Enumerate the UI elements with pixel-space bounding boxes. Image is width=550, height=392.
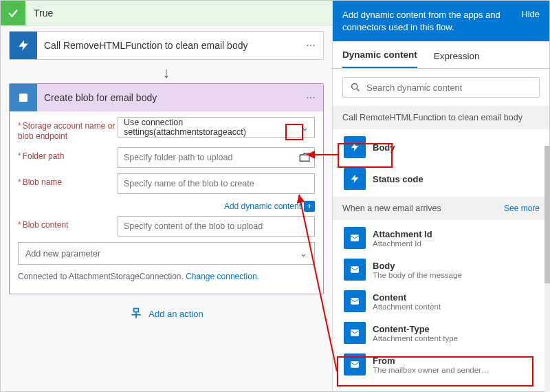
step-call-removehtml[interactable]: Call RemoveHTMLFunction to clean email b…	[9, 31, 324, 60]
panel-tabs: Dynamic content Expression	[333, 41, 549, 69]
dyn-item-contenttype[interactable]: Content-TypeAttachment content type	[342, 319, 540, 347]
add-action-button[interactable]: Add an action	[129, 307, 204, 320]
hide-panel-link[interactable]: Hide	[521, 9, 540, 33]
dyn-item-content[interactable]: ContentAttachment content	[342, 287, 540, 315]
label-blob-content: Blob content	[18, 216, 118, 230]
tab-dynamic-content[interactable]: Dynamic content	[342, 43, 417, 68]
plus-icon: +	[304, 201, 315, 212]
storage-account-select[interactable]: Use connection settings(attachmentstorag…	[118, 117, 315, 138]
svg-rect-8	[351, 266, 359, 272]
dyn-item-statuscode[interactable]: Status code	[342, 165, 540, 193]
chevron-down-icon: ⌄	[300, 248, 307, 259]
condition-true-branch[interactable]: True	[1, 1, 332, 25]
svg-rect-7	[351, 235, 359, 241]
function-output-icon	[344, 168, 366, 190]
step-menu-button[interactable]: ···	[298, 91, 323, 104]
change-connection-link[interactable]: Change connection.	[186, 272, 259, 281]
function-icon	[10, 32, 37, 59]
step-create-blob[interactable]: Create blob for email body ··· Storage a…	[9, 83, 324, 294]
scrollbar-thumb[interactable]	[544, 146, 550, 283]
chevron-down-icon: ⌄	[301, 122, 309, 133]
outlook-icon	[344, 322, 366, 344]
outlook-icon	[344, 259, 366, 281]
svg-rect-11	[351, 361, 359, 367]
function-output-icon	[344, 136, 366, 158]
add-action-icon	[129, 307, 143, 320]
connector-arrow-icon: ↓	[9, 63, 324, 83]
svg-rect-10	[351, 329, 359, 336]
blob-content-input[interactable]	[118, 216, 315, 237]
svg-rect-2	[134, 309, 139, 312]
svg-rect-0	[19, 94, 28, 102]
add-parameter-dropdown[interactable]: Add new parameter ⌄	[18, 242, 315, 265]
search-input[interactable]	[366, 83, 532, 93]
outlook-icon	[344, 353, 366, 375]
svg-point-5	[352, 84, 358, 89]
tab-expression[interactable]: Expression	[434, 44, 480, 68]
label-blob-name: Blob name	[18, 173, 118, 188]
section-header: When a new email arrives See more	[333, 197, 549, 220]
dynamic-content-panel: Add dynamic content from the apps and co…	[332, 1, 549, 391]
check-icon	[1, 1, 25, 25]
panel-header-text: Add dynamic content from the apps and co…	[342, 9, 513, 33]
search-icon	[350, 82, 361, 93]
folder-path-input[interactable]	[118, 147, 315, 168]
flow-designer-canvas: True Call RemoveHTMLFunction to clean em…	[1, 1, 332, 391]
svg-line-6	[357, 89, 359, 91]
outlook-icon	[344, 227, 366, 249]
blob-icon	[10, 84, 37, 111]
blob-name-input[interactable]	[118, 173, 315, 194]
add-dynamic-content-link[interactable]: Add dynamic content +	[18, 199, 315, 216]
scrollbar[interactable]	[544, 146, 550, 392]
dyn-item-attachmentid[interactable]: Attachment IdAttachment Id	[342, 224, 540, 252]
label-storage-account: Storage account name or blob endpoint	[18, 117, 118, 142]
step-title: Call RemoveHTMLFunction to clean email b…	[37, 40, 298, 51]
dyn-item-body2[interactable]: BodyThe body of the message	[342, 256, 540, 283]
label-folder-path: Folder path	[18, 147, 118, 162]
condition-label: True	[25, 8, 53, 19]
folder-picker-icon[interactable]	[298, 151, 311, 164]
section-header: Call RemoteHTMLFunction to clean email b…	[333, 106, 549, 129]
outlook-icon	[344, 290, 366, 312]
dyn-item-body[interactable]: Body	[342, 133, 540, 161]
step-menu-button[interactable]: ···	[298, 39, 323, 52]
step-title: Create blob for email body	[37, 92, 298, 103]
svg-rect-1	[300, 155, 309, 161]
see-more-link[interactable]: See more	[504, 204, 540, 213]
connection-info: Connected to AttachmentStorageConnection…	[18, 265, 315, 288]
svg-rect-9	[351, 298, 359, 304]
dyn-item-from[interactable]: FromThe mailbox owner and sender…	[342, 351, 540, 378]
search-box[interactable]	[342, 77, 540, 98]
